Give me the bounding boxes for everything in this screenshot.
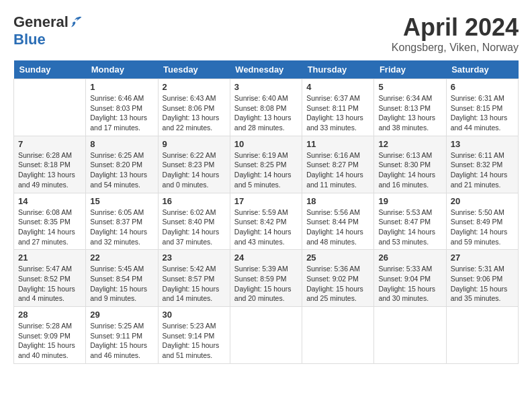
calendar-cell: 8Sunrise: 6:25 AM Sunset: 8:20 PM Daylig… <box>86 136 158 193</box>
day-info: Sunrise: 6:08 AM Sunset: 8:35 PM Dayligh… <box>18 208 81 247</box>
calendar-cell <box>374 307 446 364</box>
weekday-header-friday: Friday <box>374 60 446 79</box>
weekday-header-monday: Monday <box>86 60 158 79</box>
calendar-cell: 20Sunrise: 5:50 AM Sunset: 8:49 PM Dayli… <box>446 193 518 250</box>
logo: General Blue <box>13 13 83 48</box>
calendar-cell: 29Sunrise: 5:25 AM Sunset: 9:11 PM Dayli… <box>86 307 158 364</box>
calendar-week-row: 7Sunrise: 6:28 AM Sunset: 8:18 PM Daylig… <box>14 136 519 193</box>
calendar-cell: 22Sunrise: 5:45 AM Sunset: 8:54 PM Dayli… <box>86 250 158 307</box>
day-info: Sunrise: 5:25 AM Sunset: 9:11 PM Dayligh… <box>90 321 153 361</box>
weekday-header-tuesday: Tuesday <box>158 60 230 79</box>
day-number: 5 <box>378 82 441 92</box>
day-info: Sunrise: 6:13 AM Sunset: 8:30 PM Dayligh… <box>378 150 441 190</box>
day-number: 18 <box>306 196 369 206</box>
day-info: Sunrise: 5:23 AM Sunset: 9:14 PM Dayligh… <box>163 321 226 361</box>
day-number: 9 <box>163 139 226 149</box>
month-title: April 2024 <box>392 13 519 42</box>
day-info: Sunrise: 6:19 AM Sunset: 8:25 PM Dayligh… <box>234 150 298 190</box>
calendar-cell: 11Sunrise: 6:16 AM Sunset: 8:27 PM Dayli… <box>302 136 374 193</box>
calendar-cell: 25Sunrise: 5:36 AM Sunset: 9:02 PM Dayli… <box>302 250 374 307</box>
day-number: 24 <box>234 253 298 263</box>
day-info: Sunrise: 6:31 AM Sunset: 8:15 PM Dayligh… <box>451 93 514 133</box>
calendar-cell: 30Sunrise: 5:23 AM Sunset: 9:14 PM Dayli… <box>158 307 230 364</box>
day-info: Sunrise: 5:59 AM Sunset: 8:42 PM Dayligh… <box>234 208 298 247</box>
calendar-cell: 15Sunrise: 6:05 AM Sunset: 8:37 PM Dayli… <box>86 193 158 250</box>
calendar-cell: 9Sunrise: 6:22 AM Sunset: 8:23 PM Daylig… <box>158 136 230 193</box>
page-header: General Blue April 2024 Kongsberg, Viken… <box>13 13 519 54</box>
day-number: 23 <box>163 253 226 263</box>
weekday-header-sunday: Sunday <box>14 60 86 79</box>
calendar-cell: 1Sunrise: 6:46 AM Sunset: 8:03 PM Daylig… <box>86 79 158 136</box>
calendar-week-row: 1Sunrise: 6:46 AM Sunset: 8:03 PM Daylig… <box>14 79 519 136</box>
calendar-cell <box>302 307 374 364</box>
logo-blue-text: Blue <box>13 31 46 48</box>
calendar-cell <box>14 79 86 136</box>
day-info: Sunrise: 5:33 AM Sunset: 9:04 PM Dayligh… <box>378 264 441 304</box>
calendar-cell: 4Sunrise: 6:37 AM Sunset: 8:11 PM Daylig… <box>302 79 374 136</box>
day-info: Sunrise: 6:43 AM Sunset: 8:06 PM Dayligh… <box>163 93 226 133</box>
calendar-cell: 12Sunrise: 6:13 AM Sunset: 8:30 PM Dayli… <box>374 136 446 193</box>
calendar-cell: 6Sunrise: 6:31 AM Sunset: 8:15 PM Daylig… <box>446 79 518 136</box>
calendar-week-row: 21Sunrise: 5:47 AM Sunset: 8:52 PM Dayli… <box>14 250 519 307</box>
day-info: Sunrise: 6:16 AM Sunset: 8:27 PM Dayligh… <box>306 150 369 190</box>
day-number: 7 <box>18 139 81 149</box>
day-info: Sunrise: 6:37 AM Sunset: 8:11 PM Dayligh… <box>306 93 369 133</box>
calendar-cell: 10Sunrise: 6:19 AM Sunset: 8:25 PM Dayli… <box>230 136 302 193</box>
day-info: Sunrise: 5:50 AM Sunset: 8:49 PM Dayligh… <box>451 208 514 247</box>
day-number: 15 <box>90 196 153 206</box>
calendar-table: SundayMondayTuesdayWednesdayThursdayFrid… <box>13 60 519 364</box>
day-number: 20 <box>451 196 514 206</box>
day-number: 6 <box>451 82 514 92</box>
day-number: 3 <box>234 82 298 92</box>
calendar-cell: 13Sunrise: 6:11 AM Sunset: 8:32 PM Dayli… <box>446 136 518 193</box>
location: Kongsberg, Viken, Norway <box>392 42 519 54</box>
day-info: Sunrise: 6:28 AM Sunset: 8:18 PM Dayligh… <box>18 150 81 190</box>
calendar-cell: 2Sunrise: 6:43 AM Sunset: 8:06 PM Daylig… <box>158 79 230 136</box>
day-number: 19 <box>378 196 441 206</box>
day-number: 29 <box>90 310 153 320</box>
day-info: Sunrise: 5:47 AM Sunset: 8:52 PM Dayligh… <box>18 264 81 304</box>
day-number: 16 <box>163 196 226 206</box>
calendar-header-row: SundayMondayTuesdayWednesdayThursdayFrid… <box>14 60 519 79</box>
calendar-cell: 27Sunrise: 5:31 AM Sunset: 9:06 PM Dayli… <box>446 250 518 307</box>
day-info: Sunrise: 5:42 AM Sunset: 8:57 PM Dayligh… <box>163 264 226 304</box>
calendar-week-row: 28Sunrise: 5:28 AM Sunset: 9:09 PM Dayli… <box>14 307 519 364</box>
calendar-cell: 26Sunrise: 5:33 AM Sunset: 9:04 PM Dayli… <box>374 250 446 307</box>
day-info: Sunrise: 5:39 AM Sunset: 8:59 PM Dayligh… <box>234 264 298 304</box>
day-number: 8 <box>90 139 153 149</box>
day-number: 2 <box>163 82 226 92</box>
title-section: April 2024 Kongsberg, Viken, Norway <box>392 13 519 54</box>
day-number: 11 <box>306 139 369 149</box>
day-info: Sunrise: 5:53 AM Sunset: 8:47 PM Dayligh… <box>378 208 441 247</box>
day-number: 17 <box>234 196 298 206</box>
calendar-cell: 3Sunrise: 6:40 AM Sunset: 8:08 PM Daylig… <box>230 79 302 136</box>
calendar-cell: 17Sunrise: 5:59 AM Sunset: 8:42 PM Dayli… <box>230 193 302 250</box>
day-info: Sunrise: 6:22 AM Sunset: 8:23 PM Dayligh… <box>163 150 226 190</box>
calendar-cell <box>230 307 302 364</box>
calendar-cell <box>446 307 518 364</box>
calendar-cell: 19Sunrise: 5:53 AM Sunset: 8:47 PM Dayli… <box>374 193 446 250</box>
day-number: 25 <box>306 253 369 263</box>
day-info: Sunrise: 6:02 AM Sunset: 8:40 PM Dayligh… <box>163 208 226 247</box>
day-info: Sunrise: 6:34 AM Sunset: 8:13 PM Dayligh… <box>378 93 441 133</box>
logo-general-text: General <box>13 13 69 31</box>
day-number: 26 <box>378 253 441 263</box>
calendar-cell: 7Sunrise: 6:28 AM Sunset: 8:18 PM Daylig… <box>14 136 86 193</box>
calendar-cell: 16Sunrise: 6:02 AM Sunset: 8:40 PM Dayli… <box>158 193 230 250</box>
day-info: Sunrise: 6:11 AM Sunset: 8:32 PM Dayligh… <box>451 150 514 190</box>
day-number: 10 <box>234 139 298 149</box>
weekday-header-wednesday: Wednesday <box>230 60 302 79</box>
calendar-cell: 24Sunrise: 5:39 AM Sunset: 8:59 PM Dayli… <box>230 250 302 307</box>
day-number: 12 <box>378 139 441 149</box>
day-number: 30 <box>163 310 226 320</box>
calendar-cell: 28Sunrise: 5:28 AM Sunset: 9:09 PM Dayli… <box>14 307 86 364</box>
day-info: Sunrise: 6:25 AM Sunset: 8:20 PM Dayligh… <box>90 150 153 190</box>
day-number: 14 <box>18 196 81 206</box>
day-info: Sunrise: 5:45 AM Sunset: 8:54 PM Dayligh… <box>90 264 153 304</box>
day-number: 13 <box>451 139 514 149</box>
weekday-header-saturday: Saturday <box>446 60 518 79</box>
calendar-week-row: 14Sunrise: 6:08 AM Sunset: 8:35 PM Dayli… <box>14 193 519 250</box>
calendar-cell: 21Sunrise: 5:47 AM Sunset: 8:52 PM Dayli… <box>14 250 86 307</box>
day-info: Sunrise: 5:31 AM Sunset: 9:06 PM Dayligh… <box>451 264 514 304</box>
calendar-cell: 5Sunrise: 6:34 AM Sunset: 8:13 PM Daylig… <box>374 79 446 136</box>
